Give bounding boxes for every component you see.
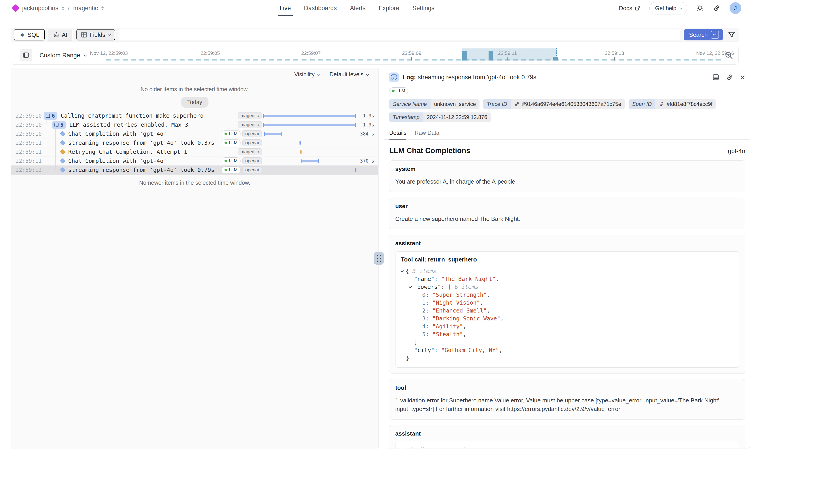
close-panel-button[interactable]: × <box>740 73 745 82</box>
enter-key-icon: ↵ <box>711 31 719 39</box>
sort-arrows-icon[interactable] <box>101 6 104 10</box>
log-row[interactable]: 22:59:11Retrying Chat Completion. Attemp… <box>11 147 378 157</box>
docs-label: Docs <box>619 5 632 12</box>
get-help-button[interactable]: Get help <box>649 2 687 15</box>
json-line: "powers": [ 6 items <box>401 283 733 291</box>
model-name: gpt-4o <box>728 148 745 155</box>
message-card-user: user Create a new superhero named The Ba… <box>389 198 745 230</box>
collapse-chevron-icon[interactable] <box>409 285 412 289</box>
org-switcher[interactable]: jackmpcollins <box>22 5 64 12</box>
duration-bar-track <box>264 120 357 129</box>
panel-resize-handle[interactable] <box>374 252 384 265</box>
tab-live[interactable]: Live <box>280 0 291 16</box>
log-row[interactable]: 22:59:11Chat Completion with 'gpt-4o'LLM… <box>11 157 378 166</box>
funnel-icon <box>728 31 736 39</box>
log-list-header: Visibility Default levels <box>11 68 378 81</box>
child-count: 6 <box>52 113 55 119</box>
ai-label: AI <box>62 31 68 39</box>
message-text: 1 validation error for Superhero name Va… <box>395 396 739 413</box>
filter-button[interactable] <box>728 31 736 39</box>
timeline-track[interactable]: Nov 12, 22:59:0322:59:0522:59:0722:59:09… <box>95 46 721 65</box>
zoom-in-button[interactable] <box>724 51 733 60</box>
collapse-badge[interactable]: 6 <box>44 112 57 120</box>
warning-diamond-icon <box>60 149 65 154</box>
app-root: jackmpcollins / magentic Live Dashboards… <box>0 0 833 504</box>
chevron-down-icon <box>108 33 111 36</box>
collapse-chevron-icon[interactable] <box>401 269 404 273</box>
timeline-tick: 22:59:05 <box>200 50 220 61</box>
field-label: Span ID <box>628 99 656 109</box>
log-time: 22:59:10 <box>16 122 41 128</box>
log-detail-panel: i Log:streaming response from 'gpt-4o' t… <box>384 68 750 449</box>
search-button[interactable]: Search ↵ <box>684 29 723 41</box>
docs-link[interactable]: Docs <box>619 5 640 12</box>
log-row[interactable]: 22:59:105LLM-assisted retries enabled. M… <box>11 120 378 129</box>
ai-mode-button[interactable]: AI <box>48 29 72 41</box>
timeline-tick: Nov 12, 22:59:03 <box>90 50 128 61</box>
detail-fields: Service Name unknown_service Trace ID #9… <box>389 99 745 122</box>
detail-tabs: Details Raw Data <box>384 129 750 140</box>
message-role: assistant <box>395 430 739 437</box>
levels-dropdown[interactable]: Default levels <box>330 71 368 78</box>
llm-tag: LLM <box>221 139 241 146</box>
green-dot-icon <box>224 169 227 171</box>
tag-pill: magentic <box>238 121 262 128</box>
collapse-sidebar-button[interactable] <box>20 49 32 62</box>
log-label: Log: <box>403 74 416 80</box>
tab-dashboards[interactable]: Dashboards <box>304 0 337 16</box>
query-input[interactable] <box>119 29 680 41</box>
duration-tick <box>300 141 301 145</box>
duration-label: 370ms <box>357 158 378 164</box>
log-message: LLM-assisted retries enabled. Max 3 <box>69 121 238 128</box>
log-time: 22:59:10 <box>16 131 41 137</box>
dock-bottom-icon <box>712 73 720 81</box>
green-dot-icon <box>224 133 227 135</box>
duration-bar <box>264 115 356 117</box>
log-row[interactable]: 22:59:11streaming response from 'gpt-4o'… <box>11 138 378 147</box>
sql-mode-button[interactable]: ∗ SQL <box>14 29 45 41</box>
duration-tick <box>355 168 356 172</box>
chevron-down-icon <box>366 72 369 76</box>
visibility-dropdown[interactable]: Visibility <box>294 71 319 78</box>
log-row[interactable]: 22:59:12streaming response from 'gpt-4o'… <box>11 166 378 174</box>
tree-connector <box>55 161 60 161</box>
tab-raw-data[interactable]: Raw Data <box>414 129 439 139</box>
json-line: 3: "Barking Sonic Wave", <box>401 315 733 322</box>
tab-settings[interactable]: Settings <box>412 0 434 16</box>
tag-pill: openai <box>242 166 262 173</box>
theme-toggle-button[interactable] <box>696 4 704 12</box>
share-link-button[interactable] <box>713 4 720 12</box>
log-row[interactable]: 22:59:10Chat Completion with 'gpt-4o'LLM… <box>11 129 378 138</box>
tree-connector <box>47 118 47 125</box>
tab-explore[interactable]: Explore <box>379 0 399 16</box>
json-line: } <box>401 354 733 362</box>
dock-panel-button[interactable] <box>712 73 720 81</box>
log-message: Chat Completion with 'gpt-4o' <box>68 130 221 137</box>
json-line: 2: "Enhanced Smell", <box>401 307 733 315</box>
duration-bar <box>264 124 356 126</box>
time-range-dropdown[interactable]: Custom Range <box>40 46 86 65</box>
copy-link-button[interactable] <box>726 73 734 81</box>
duration-bar-track <box>264 147 357 157</box>
log-row[interactable]: 22:59:106Calling chatprompt-function mak… <box>11 111 378 120</box>
timeline-histogram-bar <box>553 57 558 61</box>
chevron-down-icon <box>84 53 87 57</box>
project-switcher[interactable]: magentic <box>73 5 104 12</box>
tab-details[interactable]: Details <box>389 129 406 139</box>
breadcrumb-separator: / <box>68 5 70 12</box>
message-card-system: system You are professor A, in charge of… <box>389 160 745 192</box>
avatar[interactable]: J <box>730 2 741 14</box>
robot-icon <box>53 31 60 38</box>
fields-dropdown-button[interactable]: Fields <box>76 29 115 41</box>
field-value[interactable]: #fd81e8f78c4ecc9f <box>655 99 716 109</box>
tab-alerts[interactable]: Alerts <box>350 0 365 16</box>
sort-arrows-icon[interactable] <box>62 6 64 10</box>
collapse-badge[interactable]: 5 <box>52 121 66 129</box>
detail-title: Log:streaming response from 'gpt-4o' too… <box>403 74 537 81</box>
today-button[interactable]: Today <box>181 97 209 108</box>
llm-tag: LLM <box>221 130 241 137</box>
json-line: 4: "Agility", <box>401 322 733 330</box>
field-value[interactable]: #9146a6974e4e6140538043607a71c75e <box>511 99 625 109</box>
log-time: 22:59:11 <box>16 140 41 146</box>
message-card-tool: tool 1 validation error for Superhero na… <box>389 379 745 419</box>
